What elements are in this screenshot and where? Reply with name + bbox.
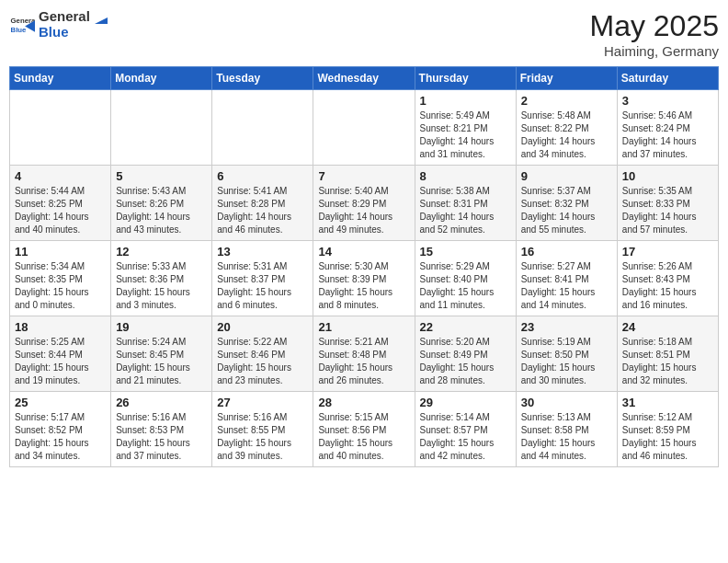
day-number: 12 <box>116 245 207 259</box>
cell-3-5: 23Sunrise: 5:19 AM Sunset: 8:50 PM Dayli… <box>516 316 617 392</box>
day-info: Sunrise: 5:29 AM Sunset: 8:40 PM Dayligh… <box>420 260 511 312</box>
day-info: Sunrise: 5:40 AM Sunset: 8:29 PM Dayligh… <box>318 185 409 236</box>
day-number: 24 <box>622 320 713 334</box>
location-subtitle: Haiming, Germany <box>589 43 719 59</box>
day-number: 11 <box>15 245 106 259</box>
cell-1-6: 10Sunrise: 5:35 AM Sunset: 8:33 PM Dayli… <box>617 166 718 241</box>
day-info: Sunrise: 5:38 AM Sunset: 8:31 PM Dayligh… <box>420 185 511 236</box>
svg-text:Blue: Blue <box>11 25 28 33</box>
day-info: Sunrise: 5:48 AM Sunset: 8:22 PM Dayligh… <box>521 109 612 161</box>
day-info: Sunrise: 5:46 AM Sunset: 8:24 PM Dayligh… <box>622 109 713 161</box>
week-row-2: 4Sunrise: 5:44 AM Sunset: 8:25 PM Daylig… <box>10 166 719 241</box>
cell-0-6: 3Sunrise: 5:46 AM Sunset: 8:24 PM Daylig… <box>617 90 718 166</box>
day-info: Sunrise: 5:13 AM Sunset: 8:58 PM Dayligh… <box>521 411 612 463</box>
day-info: Sunrise: 5:20 AM Sunset: 8:49 PM Dayligh… <box>420 336 511 387</box>
svg-marker-3 <box>95 17 108 24</box>
day-number: 31 <box>622 396 713 409</box>
day-info: Sunrise: 5:15 AM Sunset: 8:56 PM Dayligh… <box>318 411 409 463</box>
cell-1-4: 8Sunrise: 5:38 AM Sunset: 8:31 PM Daylig… <box>415 166 516 241</box>
day-number: 1 <box>420 94 511 108</box>
day-info: Sunrise: 5:37 AM Sunset: 8:32 PM Dayligh… <box>521 185 612 236</box>
cell-0-3 <box>313 90 415 166</box>
day-number: 13 <box>217 245 308 259</box>
day-info: Sunrise: 5:17 AM Sunset: 8:52 PM Dayligh… <box>15 411 106 463</box>
day-info: Sunrise: 5:12 AM Sunset: 8:59 PM Dayligh… <box>622 411 713 463</box>
cell-3-6: 24Sunrise: 5:18 AM Sunset: 8:51 PM Dayli… <box>617 316 718 392</box>
cell-1-3: 7Sunrise: 5:40 AM Sunset: 8:29 PM Daylig… <box>313 166 415 241</box>
col-sunday: Sunday <box>10 67 111 90</box>
day-number: 21 <box>318 320 409 334</box>
header: General Blue General Blue May 2025 Haimi… <box>9 9 719 59</box>
month-title: May 2025 <box>589 9 719 43</box>
day-number: 14 <box>318 245 409 259</box>
cell-1-1: 5Sunrise: 5:43 AM Sunset: 8:26 PM Daylig… <box>111 166 212 241</box>
cell-0-4: 1Sunrise: 5:49 AM Sunset: 8:21 PM Daylig… <box>415 90 516 166</box>
cell-4-2: 27Sunrise: 5:16 AM Sunset: 8:55 PM Dayli… <box>212 392 313 467</box>
cell-2-0: 11Sunrise: 5:34 AM Sunset: 8:35 PM Dayli… <box>10 241 111 316</box>
cell-2-1: 12Sunrise: 5:33 AM Sunset: 8:36 PM Dayli… <box>111 241 212 316</box>
cell-2-2: 13Sunrise: 5:31 AM Sunset: 8:37 PM Dayli… <box>212 241 313 316</box>
day-number: 25 <box>15 396 106 409</box>
cell-0-1 <box>111 90 212 166</box>
title-area: May 2025 Haiming, Germany <box>589 9 719 59</box>
col-monday: Monday <box>111 67 212 90</box>
col-tuesday: Tuesday <box>212 67 313 90</box>
day-info: Sunrise: 5:44 AM Sunset: 8:25 PM Dayligh… <box>15 185 106 236</box>
day-number: 19 <box>116 320 207 334</box>
col-saturday: Saturday <box>617 67 718 90</box>
day-number: 4 <box>15 169 106 183</box>
cell-2-5: 16Sunrise: 5:27 AM Sunset: 8:41 PM Dayli… <box>516 241 617 316</box>
day-number: 9 <box>521 169 612 183</box>
col-friday: Friday <box>516 67 617 90</box>
day-info: Sunrise: 5:18 AM Sunset: 8:51 PM Dayligh… <box>622 336 713 387</box>
day-number: 10 <box>622 169 713 183</box>
day-number: 6 <box>217 169 308 183</box>
col-wednesday: Wednesday <box>313 67 415 90</box>
week-row-5: 25Sunrise: 5:17 AM Sunset: 8:52 PM Dayli… <box>10 392 719 467</box>
calendar-table: Sunday Monday Tuesday Wednesday Thursday… <box>9 66 719 467</box>
cell-2-6: 17Sunrise: 5:26 AM Sunset: 8:43 PM Dayli… <box>617 241 718 316</box>
cell-0-5: 2Sunrise: 5:48 AM Sunset: 8:22 PM Daylig… <box>516 90 617 166</box>
day-info: Sunrise: 5:35 AM Sunset: 8:33 PM Dayligh… <box>622 185 713 236</box>
day-info: Sunrise: 5:43 AM Sunset: 8:26 PM Dayligh… <box>116 185 207 236</box>
logo-icon: General Blue <box>9 12 35 38</box>
cell-2-3: 14Sunrise: 5:30 AM Sunset: 8:39 PM Dayli… <box>313 241 415 316</box>
day-info: Sunrise: 5:41 AM Sunset: 8:28 PM Dayligh… <box>217 185 308 236</box>
day-number: 26 <box>116 396 207 409</box>
cell-1-0: 4Sunrise: 5:44 AM Sunset: 8:25 PM Daylig… <box>10 166 111 241</box>
week-row-3: 11Sunrise: 5:34 AM Sunset: 8:35 PM Dayli… <box>10 241 719 316</box>
cell-3-3: 21Sunrise: 5:21 AM Sunset: 8:48 PM Dayli… <box>313 316 415 392</box>
cell-2-4: 15Sunrise: 5:29 AM Sunset: 8:40 PM Dayli… <box>415 241 516 316</box>
day-number: 23 <box>521 320 612 334</box>
day-number: 30 <box>521 396 612 409</box>
day-info: Sunrise: 5:14 AM Sunset: 8:57 PM Dayligh… <box>420 411 511 463</box>
day-number: 18 <box>15 320 106 334</box>
day-number: 22 <box>420 320 511 334</box>
cell-1-2: 6Sunrise: 5:41 AM Sunset: 8:28 PM Daylig… <box>212 166 313 241</box>
cell-4-6: 31Sunrise: 5:12 AM Sunset: 8:59 PM Dayli… <box>617 392 718 467</box>
cell-0-2 <box>212 90 313 166</box>
cell-3-2: 20Sunrise: 5:22 AM Sunset: 8:46 PM Dayli… <box>212 316 313 392</box>
day-number: 16 <box>521 245 612 259</box>
day-info: Sunrise: 5:34 AM Sunset: 8:35 PM Dayligh… <box>15 260 106 312</box>
logo-triangle-icon <box>95 11 108 24</box>
week-row-1: 1Sunrise: 5:49 AM Sunset: 8:21 PM Daylig… <box>10 90 719 166</box>
day-info: Sunrise: 5:30 AM Sunset: 8:39 PM Dayligh… <box>318 260 409 312</box>
day-number: 3 <box>622 94 713 108</box>
day-number: 27 <box>217 396 308 409</box>
week-row-4: 18Sunrise: 5:25 AM Sunset: 8:44 PM Dayli… <box>10 316 719 392</box>
cell-3-0: 18Sunrise: 5:25 AM Sunset: 8:44 PM Dayli… <box>10 316 111 392</box>
day-number: 15 <box>420 245 511 259</box>
day-number: 29 <box>420 396 511 409</box>
cell-4-3: 28Sunrise: 5:15 AM Sunset: 8:56 PM Dayli… <box>313 392 415 467</box>
cell-3-4: 22Sunrise: 5:20 AM Sunset: 8:49 PM Dayli… <box>415 316 516 392</box>
col-thursday: Thursday <box>415 67 516 90</box>
logo-blue: Blue <box>39 25 108 40</box>
day-number: 7 <box>318 169 409 183</box>
cell-0-0 <box>10 90 111 166</box>
day-info: Sunrise: 5:25 AM Sunset: 8:44 PM Dayligh… <box>15 336 106 387</box>
day-info: Sunrise: 5:33 AM Sunset: 8:36 PM Dayligh… <box>116 260 207 312</box>
header-row: Sunday Monday Tuesday Wednesday Thursday… <box>10 67 719 90</box>
day-info: Sunrise: 5:24 AM Sunset: 8:45 PM Dayligh… <box>116 336 207 387</box>
day-number: 28 <box>318 396 409 409</box>
